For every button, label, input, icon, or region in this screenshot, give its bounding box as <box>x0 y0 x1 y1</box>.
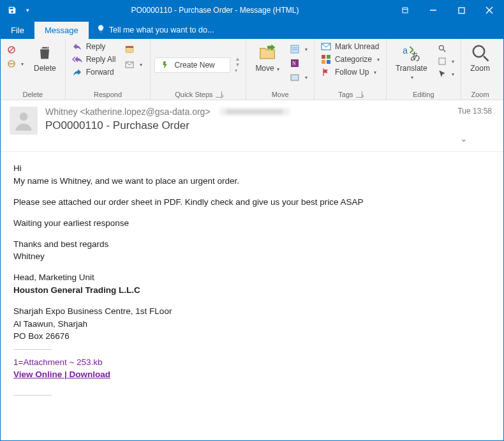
body-line: Thanks and best regards <box>13 238 491 251</box>
envelope-icon <box>321 41 331 52</box>
minimize-icon[interactable] <box>419 1 447 20</box>
svg-text:N: N <box>292 61 296 66</box>
group-delete: ▾ Delete Delete <box>1 39 66 100</box>
group-move: Move ▾ ▾ N ▾ Move <box>246 39 315 100</box>
body-line: My name is Whitney, and we want to place… <box>13 175 491 188</box>
delete-icon <box>34 43 55 63</box>
body-line: Whitney <box>13 250 491 263</box>
tags-launcher[interactable] <box>356 91 362 98</box>
body-line: Sharjah Expo Business Centre, 1st FLoor <box>13 305 491 318</box>
categorize-icon <box>321 54 331 64</box>
view-download-link[interactable]: View Online | Download <box>13 370 110 379</box>
rules-button[interactable]: ▾ <box>287 43 310 56</box>
svg-rect-20 <box>322 60 325 64</box>
svg-line-28 <box>484 56 489 61</box>
flag-icon <box>321 67 331 77</box>
quickstep-down[interactable]: ▼ <box>233 62 242 68</box>
body-line: Houston General Trading L.L.C <box>13 284 491 297</box>
group-label-respond: Respond <box>70 89 147 100</box>
tab-message[interactable]: Message <box>34 22 89 39</box>
delete-button[interactable]: Delete <box>29 40 61 75</box>
reply-all-icon <box>72 54 82 64</box>
svg-rect-19 <box>327 55 330 59</box>
body-line: Hi <box>13 162 491 175</box>
message-header: Whitney <katherine.lopez@gsa-data.org> P… <box>1 100 503 152</box>
zoom-button[interactable]: Zoom <box>465 40 496 75</box>
svg-rect-18 <box>322 55 325 59</box>
mark-unread-button[interactable]: Mark Unread <box>318 40 382 53</box>
group-label-editing: Editing <box>390 89 457 100</box>
from-line: Whitney <katherine.lopez@gsa-data.org> <box>45 107 211 117</box>
follow-up-button[interactable]: Follow Up▾ <box>318 66 382 78</box>
meeting-button[interactable] <box>122 43 145 56</box>
group-label-quick-steps: Quick Steps <box>154 89 242 100</box>
tell-me-placeholder: Tell me what you want to do... <box>109 26 214 34</box>
forward-icon <box>72 67 82 77</box>
more-respond-button[interactable]: ▾ <box>122 58 145 71</box>
save-icon[interactable] <box>7 5 17 15</box>
attachment-info: 1=Attachment ~ 253.kb <box>13 356 491 369</box>
quick-steps-launcher[interactable] <box>216 91 222 98</box>
quickstep-more[interactable]: ▾ <box>233 68 242 73</box>
reply-all-button[interactable]: Reply All <box>70 53 119 66</box>
group-label-tags: Tags <box>318 89 382 100</box>
group-respond: Reply Reply All Forward ▾ Respond <box>66 39 151 100</box>
lightning-icon <box>160 60 170 70</box>
received-date: Tue 13:58 <box>457 107 492 116</box>
junk-button[interactable]: ▾ <box>4 58 26 70</box>
window-title: PO0000110 - Purchase Order - Message (HT… <box>39 6 391 15</box>
quick-access-toolbar: ▾ <box>1 5 39 15</box>
maximize-icon[interactable] <box>447 1 475 20</box>
find-button[interactable] <box>435 43 457 54</box>
ribbon-tabs: File Message Tell me what you want to do… <box>1 20 503 39</box>
separator <box>13 349 52 350</box>
svg-rect-16 <box>291 75 299 80</box>
svg-line-5 <box>9 47 14 52</box>
tell-me-search[interactable]: Tell me what you want to do... <box>89 20 222 39</box>
svg-rect-21 <box>327 60 330 64</box>
forward-button[interactable]: Forward <box>70 66 119 78</box>
body-line: Waiting your earliest response <box>13 217 491 230</box>
body-line: Al Taawun, Sharjah <box>13 318 491 331</box>
svg-point-29 <box>20 112 28 121</box>
reply-button[interactable]: Reply <box>70 40 119 53</box>
translate-button[interactable]: aあ Translate▾ <box>390 40 433 84</box>
expand-header-icon[interactable]: ⌄ <box>457 131 470 146</box>
actions-button[interactable]: ▾ <box>287 71 310 84</box>
popup-icon[interactable] <box>391 1 419 20</box>
group-editing: aあ Translate▾ ▾ ▾ Editing <box>387 39 461 100</box>
message-body: Hi My name is Whitney, and we want to pl… <box>1 152 503 440</box>
tab-file[interactable]: File <box>1 22 34 39</box>
svg-rect-1 <box>459 8 464 13</box>
group-tags: Mark Unread Categorize▾ Follow Up▾ Tags <box>315 39 387 100</box>
svg-line-25 <box>443 50 445 52</box>
translate-icon: aあ <box>401 43 422 63</box>
select-button[interactable]: ▾ <box>435 68 457 80</box>
move-folder-icon <box>257 43 278 63</box>
move-button[interactable]: Move ▾ <box>250 40 285 75</box>
sender-avatar <box>10 107 38 135</box>
outlook-message-window: ▾ PO0000110 - Purchase Order - Message (… <box>0 0 504 441</box>
close-icon[interactable] <box>475 1 503 20</box>
qat-dropdown-icon[interactable]: ▾ <box>22 5 33 15</box>
quickstep-up[interactable]: ▲ <box>233 56 242 62</box>
ribbon: ▾ Delete Delete Reply Reply All Forward … <box>1 39 503 100</box>
group-quick-steps: Create New ▲ ▼ ▾ Quick Steps <box>151 39 246 100</box>
titlebar: ▾ PO0000110 - Purchase Order - Message (… <box>1 1 503 20</box>
svg-rect-11 <box>291 45 299 53</box>
group-label-delete: Delete <box>4 89 61 100</box>
zoom-icon <box>470 43 491 63</box>
svg-rect-26 <box>439 58 445 64</box>
ignore-button[interactable] <box>4 44 26 56</box>
header-text: Whitney <katherine.lopez@gsa-data.org> P… <box>45 107 450 146</box>
svg-text:a: a <box>403 46 408 56</box>
body-line: PO Box 26676 <box>13 330 491 343</box>
svg-rect-9 <box>126 46 133 48</box>
related-button[interactable]: ▾ <box>435 56 457 67</box>
group-zoom: Zoom Zoom <box>461 39 500 100</box>
categorize-button[interactable]: Categorize▾ <box>318 53 382 66</box>
onenote-button[interactable]: N <box>287 57 310 70</box>
quick-step-create-new[interactable]: Create New <box>154 57 230 73</box>
lightbulb-icon <box>96 24 105 35</box>
recipient-redacted <box>219 108 290 116</box>
